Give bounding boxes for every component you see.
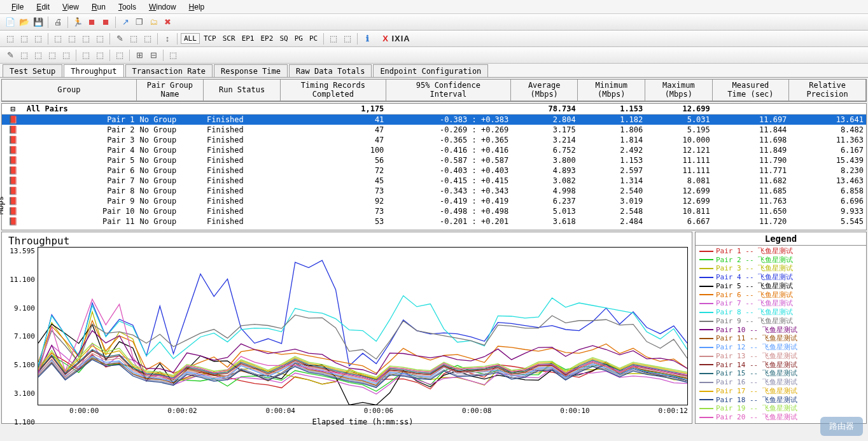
tool-i-icon[interactable]: ⬚ xyxy=(127,32,140,45)
col-header[interactable]: Minimum (Mbps) xyxy=(578,80,645,101)
tool-m-icon[interactable]: ⬚ xyxy=(341,32,354,45)
legend-item[interactable]: Pair 3 -- 飞鱼星测试 xyxy=(699,264,862,273)
t3-i-icon[interactable]: ⊞ xyxy=(133,49,146,62)
menu-tools[interactable]: Tools xyxy=(112,1,143,13)
tab-endpoint-configuration[interactable]: Endpoint Configuration xyxy=(373,64,488,77)
col-header[interactable]: Timing Records Completed xyxy=(280,80,386,101)
table-row[interactable]: 📕Pair 5No GroupFinished56-0.587 : +0.587… xyxy=(2,155,866,165)
btn-sq[interactable]: SQ xyxy=(277,34,290,43)
table-row[interactable]: 📕Pair 2No GroupFinished47-0.269 : +0.269… xyxy=(2,125,866,135)
table-row[interactable]: 📕Pair 1No GroupFinished41-0.383 : +0.383… xyxy=(2,114,866,125)
t3-j-icon[interactable]: ⊟ xyxy=(147,49,160,62)
legend-item[interactable]: Pair 4 -- 飞鱼星测试 xyxy=(699,273,862,282)
open-icon[interactable]: 📂 xyxy=(18,16,31,29)
tab-response-time[interactable]: Response Time xyxy=(214,64,288,77)
col-header[interactable]: Group xyxy=(2,80,136,101)
results-grid[interactable]: ⊟All Pairs1,17578.7341.15312.699📕Pair 1N… xyxy=(1,103,867,230)
t3-g-icon[interactable]: ⬚ xyxy=(94,49,106,62)
legend-item[interactable]: Pair 10 -- 飞鱼星测试 xyxy=(699,326,862,335)
legend-item[interactable]: Pair 2 -- 飞鱼星测试 xyxy=(699,256,862,265)
run-icon[interactable]: 🏃 xyxy=(71,16,84,29)
col-header[interactable]: Pair Group Name xyxy=(136,80,204,101)
tool-h-icon[interactable]: ✎ xyxy=(113,32,126,45)
tool-l-icon[interactable]: ⬚ xyxy=(327,32,340,45)
tab-raw-data-totals[interactable]: Raw Data Totals xyxy=(289,64,372,77)
tab-test-setup[interactable]: Test Setup xyxy=(3,64,62,77)
table-row[interactable]: 📕Pair 7No GroupFinished45-0.415 : +0.415… xyxy=(2,176,866,186)
col-header[interactable]: Measured Time (sec) xyxy=(712,80,789,101)
print-icon[interactable]: 🖨 xyxy=(52,16,64,29)
menu-help[interactable]: Help xyxy=(183,1,211,13)
tool-c-icon[interactable]: ⬚ xyxy=(32,32,45,45)
menu-view[interactable]: View xyxy=(56,1,85,13)
legend-item[interactable]: Pair 16 -- 飞鱼星测试 xyxy=(699,378,862,387)
legend-item[interactable]: Pair 13 -- 飞鱼星测试 xyxy=(699,352,862,361)
t3-c-icon[interactable]: ⬚ xyxy=(32,49,45,62)
btn-tcp[interactable]: TCP xyxy=(201,34,219,43)
new-icon[interactable]: 📄 xyxy=(4,16,17,29)
btn-pg[interactable]: PG xyxy=(292,34,305,43)
t3-a-icon[interactable]: ✎ xyxy=(4,49,17,62)
delete-icon[interactable]: ✖ xyxy=(161,16,174,29)
btn-ep1[interactable]: EP1 xyxy=(239,34,257,43)
tool-g-icon[interactable]: ⬚ xyxy=(94,32,106,45)
tool-k-icon[interactable]: ↕ xyxy=(161,32,174,45)
table-row[interactable]: 📕Pair 11No GroupFinished53-0.201 : +0.20… xyxy=(2,216,866,227)
legend-item[interactable]: Pair 1 -- 飞鱼星测试 xyxy=(699,247,862,256)
legend-item[interactable]: Pair 14 -- 飞鱼星测试 xyxy=(699,361,862,370)
chart-plot-area[interactable] xyxy=(38,247,688,405)
table-row[interactable]: 📕Pair 9No GroupFinished92-0.419 : +0.419… xyxy=(2,196,866,206)
summary-row[interactable]: ⊟All Pairs1,17578.7341.15312.699 xyxy=(2,104,866,115)
legend-item[interactable]: Pair 11 -- 飞鱼星测试 xyxy=(699,334,862,343)
tab-transaction-rate[interactable]: Transaction Rate xyxy=(125,64,213,77)
tool-f-icon[interactable]: ⬚ xyxy=(80,32,92,45)
menu-run[interactable]: Run xyxy=(85,1,112,13)
col-header[interactable]: Run Status xyxy=(204,80,281,101)
btn-ep2[interactable]: EP2 xyxy=(258,34,276,43)
table-row[interactable]: 📕Pair 4No GroupFinished100-0.416 : +0.41… xyxy=(2,145,866,155)
col-header[interactable]: 95% Confidence Interval xyxy=(386,80,510,101)
col-header[interactable]: Average (Mbps) xyxy=(510,80,578,101)
table-row[interactable]: 📕Pair 6No GroupFinished72-0.403 : +0.403… xyxy=(2,165,866,176)
t3-b-icon[interactable]: ⬚ xyxy=(18,49,31,62)
stop-icon[interactable]: ⏹ xyxy=(85,16,98,29)
folder-icon[interactable]: 🗂 xyxy=(147,16,160,29)
menu-file[interactable]: FFileile xyxy=(5,1,30,13)
t3-k-icon[interactable]: ⬚ xyxy=(167,49,179,62)
col-header[interactable]: Maximum (Mbps) xyxy=(645,80,713,101)
table-row[interactable]: 📕Pair 10No GroupFinished73-0.498 : +0.49… xyxy=(2,206,866,216)
legend-item[interactable]: Pair 9 -- 飞鱼星测试 xyxy=(699,317,862,326)
legend-item[interactable]: Pair 12 -- 飞鱼星测试 xyxy=(699,343,862,352)
tool-j-icon[interactable]: ⬚ xyxy=(141,32,154,45)
flag-icon[interactable]: ↗ xyxy=(119,16,132,29)
legend-item[interactable]: Pair 19 -- 飞鱼星测试 xyxy=(699,404,862,413)
legend-item[interactable]: Pair 6 -- 飞鱼星测试 xyxy=(699,291,862,300)
info-icon[interactable]: ℹ xyxy=(361,32,374,45)
copy-icon[interactable]: ❐ xyxy=(133,16,146,29)
legend-item[interactable]: Pair 17 -- 飞鱼星测试 xyxy=(699,387,862,396)
col-header[interactable]: Relative Precision xyxy=(789,80,866,101)
menu-edit[interactable]: Edit xyxy=(30,1,56,13)
tool-a-icon[interactable]: ⬚ xyxy=(4,32,17,45)
btn-scr[interactable]: SCR xyxy=(220,34,238,43)
legend-item[interactable]: Pair 15 -- 飞鱼星测试 xyxy=(699,369,862,378)
stop2-icon[interactable]: ⏹ xyxy=(99,16,112,29)
t3-e-icon[interactable]: ⬚ xyxy=(60,49,73,62)
table-row[interactable]: 📕Pair 3No GroupFinished47-0.365 : +0.365… xyxy=(2,135,866,145)
t3-d-icon[interactable]: ⬚ xyxy=(46,49,59,62)
legend-list[interactable]: Pair 1 -- 飞鱼星测试Pair 2 -- 飞鱼星测试Pair 3 -- … xyxy=(696,246,866,423)
tool-b-icon[interactable]: ⬚ xyxy=(18,32,31,45)
tab-throughput[interactable]: Throughput xyxy=(64,64,123,77)
t3-h-icon[interactable]: ⬚ xyxy=(113,49,126,62)
btn-all[interactable]: ALL xyxy=(181,33,200,44)
tool-d-icon[interactable]: ⬚ xyxy=(52,32,64,45)
tool-e-icon[interactable]: ⬚ xyxy=(66,32,78,45)
t3-f-icon[interactable]: ⬚ xyxy=(80,49,92,62)
legend-item[interactable]: Pair 5 -- 飞鱼星测试 xyxy=(699,282,862,291)
legend-item[interactable]: Pair 8 -- 飞鱼星测试 xyxy=(699,308,862,317)
legend-item[interactable]: Pair 7 -- 飞鱼星测试 xyxy=(699,299,862,308)
legend-item[interactable]: Pair 18 -- 飞鱼星测试 xyxy=(699,396,862,405)
btn-pc[interactable]: PC xyxy=(307,34,320,43)
menu-window[interactable]: Window xyxy=(143,1,183,13)
table-row[interactable]: 📕Pair 8No GroupFinished73-0.343 : +0.343… xyxy=(2,186,866,196)
